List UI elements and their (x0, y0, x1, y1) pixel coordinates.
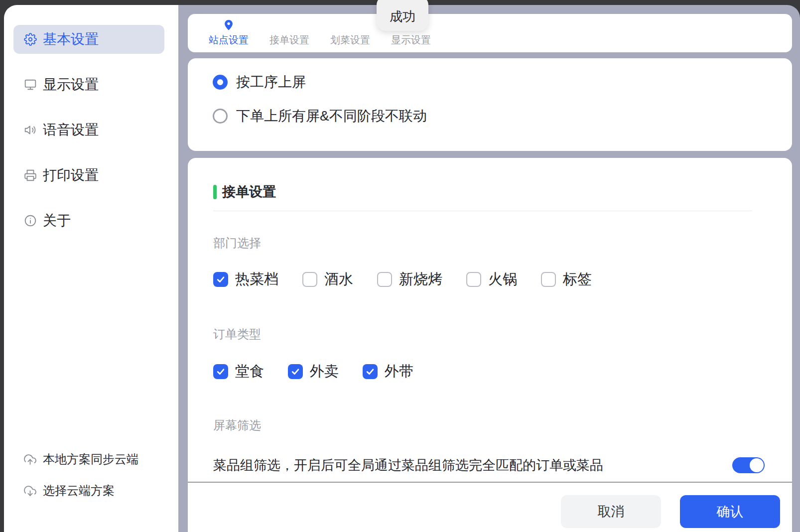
sidebar-item-voice-settings[interactable]: 语音设置 (13, 116, 164, 144)
order-type-checkbox-row: 堂食 外卖 外带 (213, 362, 792, 382)
department-group-label: 部门选择 (213, 235, 792, 251)
checkbox-hotpot[interactable]: 火锅 (466, 269, 517, 289)
radio-label: 下单上所有屏&不同阶段不联动 (236, 107, 427, 126)
tab-label: 接单设置 (269, 33, 309, 47)
sidebar-item-label: 显示设置 (43, 75, 99, 94)
sidebar-item-display-settings[interactable]: 显示设置 (13, 70, 164, 99)
checkbox-checked-icon (288, 364, 303, 379)
checkbox-label: 新烧烤 (399, 269, 442, 289)
sidebar-item-choose-cloud-plan[interactable]: 选择云端方案 (24, 483, 138, 498)
sidebar: 基本设置 显示设置 语音设置 打印设置 (4, 5, 178, 532)
location-pin-icon (224, 19, 233, 32)
toast-success: 成功 (377, 0, 428, 31)
checkbox-drinks[interactable]: 酒水 (302, 269, 353, 289)
sidebar-footer: 本地方案同步云端 选择云端方案 (24, 452, 138, 515)
order-type-group-label: 订单类型 (213, 326, 792, 342)
checkbox-hot-dish-station[interactable]: 热菜档 (213, 269, 278, 289)
toggle-knob (750, 458, 764, 472)
tab-label: 划菜设置 (330, 33, 370, 47)
checkbox-label: 堂食 (235, 362, 264, 382)
checkbox-unchecked-icon (466, 272, 481, 287)
checkbox-unchecked-icon (302, 272, 317, 287)
monitor-icon (24, 78, 37, 91)
screen-mode-card: 按工序上屏 下单上所有屏&不同阶段不联动 (188, 58, 792, 151)
department-checkbox-row: 热菜档 酒水 新烧烤 火锅 标签 (213, 269, 792, 289)
sidebar-item-print-settings[interactable]: 打印设置 (13, 161, 164, 190)
radio-label: 按工序上屏 (236, 73, 306, 92)
cloud-download-icon (24, 485, 36, 497)
sidebar-item-label: 语音设置 (43, 121, 99, 139)
sidebar-item-label: 关于 (43, 211, 71, 230)
radio-by-process[interactable]: 按工序上屏 (213, 71, 792, 93)
info-icon (24, 214, 37, 227)
checkbox-checked-icon (213, 272, 228, 287)
gear-icon (24, 33, 37, 46)
section-header: 接单设置 (213, 184, 792, 199)
radio-selected-icon (213, 75, 228, 90)
printer-icon (24, 169, 37, 182)
sidebar-footer-label: 选择云端方案 (43, 483, 115, 499)
confirm-button[interactable]: 确认 (680, 495, 780, 528)
radio-all-screens-unlinked[interactable]: 下单上所有屏&不同阶段不联动 (213, 105, 792, 127)
dish-group-filter-toggle[interactable] (732, 457, 765, 473)
tab-label: 站点设置 (209, 33, 249, 47)
sidebar-item-label: 打印设置 (43, 166, 99, 185)
checkbox-label: 火锅 (488, 269, 517, 289)
tab-dish-mark-settings[interactable]: 划菜设置 (329, 14, 371, 52)
settings-tabbar: 站点设置 接单设置 划菜设置 显示设置 (188, 14, 792, 52)
checkbox-takeaway[interactable]: 外带 (363, 362, 413, 382)
screen-filter-group-label: 屏幕筛选 (213, 417, 792, 433)
checkbox-unchecked-icon (541, 272, 556, 287)
radio-unselected-icon (213, 109, 228, 124)
dish-group-filter-row: 菜品组筛选，开启后可全局通过菜品组筛选完全匹配的订单或菜品 (213, 451, 792, 479)
checkbox-delivery[interactable]: 外卖 (288, 362, 339, 382)
checkbox-unchecked-icon (377, 272, 392, 287)
sidebar-item-sync-local-to-cloud[interactable]: 本地方案同步云端 (24, 452, 138, 467)
order-settings-card: 接单设置 部门选择 热菜档 酒水 新烧烤 (188, 158, 792, 532)
section-title: 接单设置 (222, 183, 276, 201)
dialog-footer: 取消 确认 (188, 482, 792, 532)
sidebar-nav: 基本设置 显示设置 语音设置 打印设置 (4, 5, 178, 235)
checkbox-label: 热菜档 (235, 269, 278, 289)
tab-site-settings[interactable]: 站点设置 (208, 14, 250, 52)
checkbox-tag[interactable]: 标签 (541, 269, 592, 289)
main-panel: 站点设置 接单设置 划菜设置 显示设置 按工序上屏 下单上 (188, 5, 792, 532)
checkbox-label: 外卖 (310, 362, 339, 382)
section-accent-bar (213, 185, 217, 199)
sidebar-item-about[interactable]: 关于 (13, 206, 164, 235)
sidebar-footer-label: 本地方案同步云端 (43, 451, 138, 467)
checkbox-checked-icon (363, 364, 378, 379)
dish-group-filter-description: 菜品组筛选，开启后可全局通过菜品组筛选完全匹配的订单或菜品 (213, 456, 603, 474)
sidebar-item-label: 基本设置 (43, 30, 99, 49)
checkbox-label: 酒水 (324, 269, 353, 289)
checkbox-new-bbq[interactable]: 新烧烤 (377, 269, 442, 289)
cancel-button[interactable]: 取消 (561, 495, 661, 528)
checkbox-label: 外带 (385, 362, 413, 382)
checkbox-label: 标签 (563, 269, 592, 289)
tab-label: 显示设置 (391, 33, 431, 47)
sidebar-item-basic-settings[interactable]: 基本设置 (13, 25, 164, 54)
settings-dialog: 基本设置 显示设置 语音设置 打印设置 (4, 5, 800, 532)
cloud-upload-icon (24, 453, 36, 466)
checkbox-checked-icon (213, 364, 228, 379)
checkbox-dine-in[interactable]: 堂食 (213, 362, 264, 382)
speaker-icon (24, 124, 37, 136)
section-divider (213, 211, 752, 211)
tab-order-settings[interactable]: 接单设置 (268, 14, 310, 52)
